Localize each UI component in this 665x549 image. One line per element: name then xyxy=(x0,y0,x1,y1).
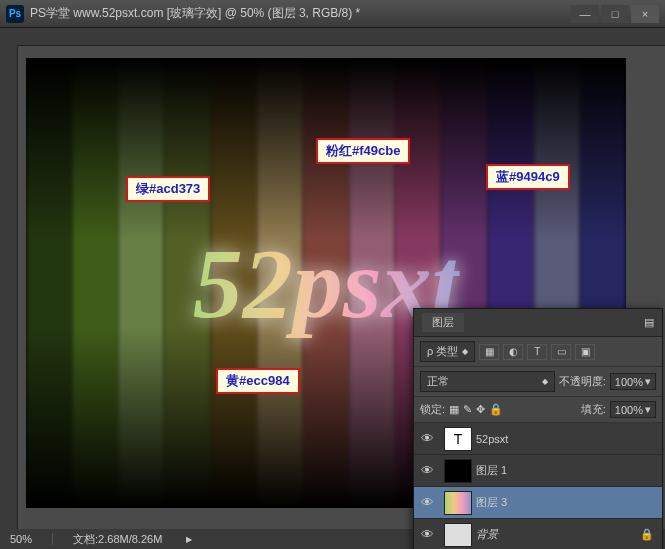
layer-filter-row: ρ 类型 ◆ ▦ ◐ T ▭ ▣ xyxy=(414,337,662,367)
layer-list: 👁T52psxt👁图层 1👁图层 3👁背景🔒 xyxy=(414,423,662,549)
annotation-blue: 蓝#9494c9 xyxy=(486,164,570,190)
lock-transparent-icon[interactable]: ▦ xyxy=(449,403,459,416)
filter-smart-icon[interactable]: ▣ xyxy=(575,344,595,360)
ruler-vertical[interactable] xyxy=(0,46,18,529)
zoom-level[interactable]: 50% xyxy=(10,533,32,545)
lock-fill-row: 锁定: ▦ ✎ ✥ 🔒 填充: 100%▾ xyxy=(414,397,662,423)
tab-layers[interactable]: 图层 xyxy=(422,313,464,332)
panel-menu-icon[interactable]: ▤ xyxy=(644,316,654,329)
filter-shape-icon[interactable]: ▭ xyxy=(551,344,571,360)
filter-pixel-icon[interactable]: ▦ xyxy=(479,344,499,360)
layer-kind-dropdown[interactable]: ρ 类型 ◆ xyxy=(420,341,475,362)
layer-name-label[interactable]: 图层 3 xyxy=(476,495,662,510)
visibility-eye-icon[interactable]: 👁 xyxy=(414,495,440,510)
close-button[interactable]: × xyxy=(631,5,659,23)
blend-opacity-row: 正常 ◆ 不透明度: 100%▾ xyxy=(414,367,662,397)
layer-thumbnail[interactable] xyxy=(444,523,472,547)
chevron-down-icon: ◆ xyxy=(462,347,468,356)
lock-label: 锁定: xyxy=(420,402,445,417)
lock-paint-icon[interactable]: ✎ xyxy=(463,403,472,416)
fill-label: 填充: xyxy=(581,402,606,417)
window-controls: — □ × xyxy=(571,5,659,23)
document-size[interactable]: 文档:2.68M/8.26M xyxy=(73,532,162,547)
layer-thumbnail[interactable]: T xyxy=(444,427,472,451)
blend-mode-dropdown[interactable]: 正常 ◆ xyxy=(420,371,555,392)
minimize-button[interactable]: — xyxy=(571,5,599,23)
layer-thumbnail[interactable] xyxy=(444,459,472,483)
fill-input[interactable]: 100%▾ xyxy=(610,401,656,418)
visibility-eye-icon[interactable]: 👁 xyxy=(414,527,440,542)
visibility-eye-icon[interactable]: 👁 xyxy=(414,463,440,478)
filter-adjust-icon[interactable]: ◐ xyxy=(503,344,523,360)
status-menu-icon[interactable]: ▶ xyxy=(186,535,192,544)
titlebar: Ps PS学堂 www.52psxt.com [玻璃字效] @ 50% (图层 … xyxy=(0,0,665,28)
annotation-yellow: 黄#ecc984 xyxy=(216,368,300,394)
maximize-button[interactable]: □ xyxy=(601,5,629,23)
visibility-eye-icon[interactable]: 👁 xyxy=(414,431,440,446)
ruler-corner xyxy=(0,28,18,46)
layer-row[interactable]: 👁图层 3 xyxy=(414,487,662,519)
layers-panel: 图层 ▤ ρ 类型 ◆ ▦ ◐ T ▭ ▣ 正常 ◆ 不透明度: 100%▾ xyxy=(413,308,663,549)
ps-app-icon: Ps xyxy=(6,5,24,23)
ruler-horizontal[interactable] xyxy=(18,28,665,46)
document-area: 52psxt 绿#acd373 粉红#f49cbe 蓝#9494c9 黄#ecc… xyxy=(0,28,665,549)
layer-name-label[interactable]: 52psxt xyxy=(476,433,662,445)
chevron-down-icon: ◆ xyxy=(542,377,548,386)
lock-icon: 🔒 xyxy=(640,528,654,541)
panel-tab-bar: 图层 ▤ xyxy=(414,309,662,337)
window-title: PS学堂 www.52psxt.com [玻璃字效] @ 50% (图层 3, … xyxy=(30,5,571,22)
opacity-label: 不透明度: xyxy=(559,374,606,389)
annotation-pink: 粉红#f49cbe xyxy=(316,138,410,164)
opacity-input[interactable]: 100%▾ xyxy=(610,373,656,390)
lock-position-icon[interactable]: ✥ xyxy=(476,403,485,416)
layer-row[interactable]: 👁背景🔒 xyxy=(414,519,662,549)
layer-row[interactable]: 👁图层 1 xyxy=(414,455,662,487)
layer-row[interactable]: 👁T52psxt xyxy=(414,423,662,455)
layer-thumbnail[interactable] xyxy=(444,491,472,515)
layer-name-label[interactable]: 图层 1 xyxy=(476,463,662,478)
layer-name-label[interactable]: 背景 xyxy=(476,527,640,542)
annotation-green: 绿#acd373 xyxy=(126,176,210,202)
lock-all-icon[interactable]: 🔒 xyxy=(489,403,503,416)
filter-type-icon[interactable]: T xyxy=(527,344,547,360)
